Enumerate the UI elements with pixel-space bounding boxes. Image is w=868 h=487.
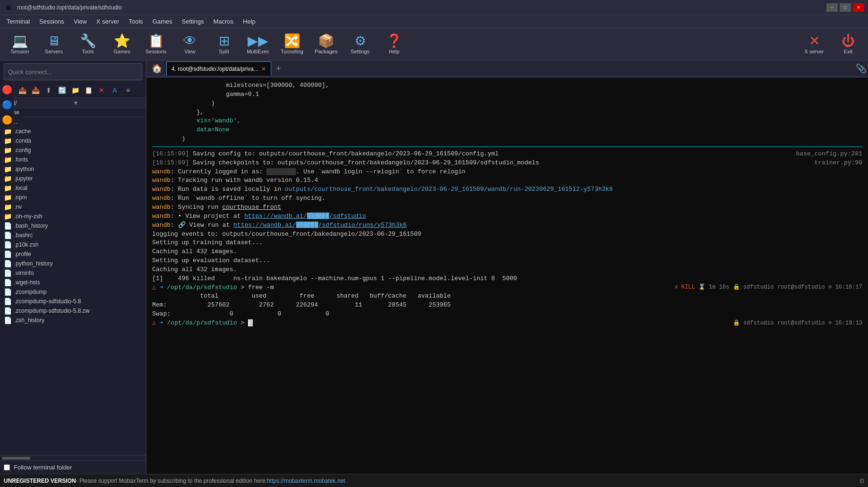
menu-settings[interactable]: Settings [177, 17, 209, 26]
term-line-log3: logging events to: outputs/courthouse_fr… [152, 230, 862, 239]
sidebar-newfolder[interactable]: 📁 [69, 84, 81, 96]
follow-terminal-checkbox[interactable] [4, 464, 10, 470]
menu-view[interactable]: View [69, 17, 92, 26]
list-item-p10k[interactable]: 📄 .p10k.zsh [0, 240, 146, 249]
menu-help[interactable]: Help [238, 17, 260, 26]
toolbar-servers[interactable]: 🖥 Servers [38, 30, 70, 59]
nav-icon-red[interactable]: 🔴 [1, 84, 13, 95]
folder-icon: 📁 [4, 184, 11, 192]
list-item-bashrc[interactable]: 📄 .bashrc [0, 231, 146, 240]
list-item-local[interactable]: 📁 .local [0, 183, 146, 193]
menu-tools[interactable]: Tools [124, 17, 147, 26]
new-tab-button[interactable]: + [272, 62, 285, 75]
sidebar-download[interactable]: 📥 [29, 84, 42, 96]
list-item-viminfo[interactable]: 📄 .viminfo [0, 268, 146, 278]
sidebar-up[interactable]: ⬆ [43, 84, 55, 96]
status-link[interactable]: https://mobaxterm.mobatek.net [267, 478, 345, 484]
menu-sessions[interactable]: Sessions [34, 17, 69, 26]
list-item-zcompdump-58z[interactable]: 📄 .zcompdump-sdfstudio-5.8.zw [0, 306, 146, 316]
follow-terminal-label[interactable]: Follow terminal folder [14, 464, 72, 471]
list-item-conda[interactable]: 📁 .conda [0, 136, 146, 145]
file-icon: 📄 [4, 307, 11, 315]
toolbar-tunneling[interactable]: 🔀 Tunneling [276, 30, 308, 59]
sidebar-delete[interactable]: ✕ [95, 84, 108, 96]
list-item-cache[interactable]: 📁 .cache [0, 127, 146, 136]
list-item-wget-hsts[interactable]: 📄 .wget-hsts [0, 278, 146, 287]
sidebar-upload[interactable]: 📤 [16, 84, 28, 96]
sidebar-rename[interactable]: A [109, 84, 121, 96]
settings-label: Settings [351, 49, 370, 54]
term-mem-line: Mem: 257602 2762 226294 11 28545 253965 [152, 301, 862, 310]
servers-icon: 🖥 [47, 34, 60, 48]
toolbar-help[interactable]: ❓ Help [378, 30, 410, 59]
term-line: milestones=[300000, 400000], [152, 81, 862, 90]
list-item-bash-history[interactable]: 📄 .bash_history [0, 221, 146, 231]
multiexec-label: MultiExec [247, 49, 269, 54]
unregistered-label: UNREGISTERED VERSION [4, 478, 76, 484]
file-list[interactable]: 📁 .. 📁 .cache 📁 .conda 📁 .config 📁 .font… [0, 117, 146, 455]
file-name: .ipython [14, 166, 34, 172]
list-item-jupyter[interactable]: 📁 .jupyter [0, 174, 146, 183]
toolbar-games[interactable]: ⭐ Games [106, 30, 138, 59]
toolbar-sessions[interactable]: 📋 Sessions [140, 30, 172, 59]
path-bar[interactable]: /root/ ▼ [0, 98, 146, 108]
list-item-dotdot[interactable]: 📁 .. [0, 117, 146, 127]
list-item-nv[interactable]: 📁 .nv [0, 202, 146, 212]
list-item-ipython[interactable]: 📁 .ipython [0, 164, 146, 174]
term-line-setup1: Setting up training dataset... [152, 239, 862, 248]
sidebar-footer: Follow terminal folder [0, 461, 146, 474]
list-item-config[interactable]: 📁 .config [0, 145, 146, 155]
menu-games[interactable]: Games [148, 17, 177, 26]
attach-icon[interactable]: 📎 [856, 63, 866, 74]
code-text: milestones=[300000, 400000], [226, 82, 329, 89]
exit-label: Exit [844, 49, 852, 54]
list-item-zsh-history[interactable]: 📄 .zsh_history [0, 316, 146, 325]
toolbar-packages[interactable]: 📦 Packages [310, 30, 342, 59]
file-icon: 📄 [4, 222, 11, 230]
menu-macros[interactable]: Macros [208, 17, 238, 26]
sessions-icon: 📋 [148, 34, 164, 48]
path-chevron: ▼ [73, 100, 144, 106]
nav-icon-blue[interactable]: 🔵 [1, 99, 13, 111]
status-message: - Please support MobaxTerm by subscribin… [76, 478, 267, 484]
minimize-button[interactable]: ─ [826, 3, 838, 12]
quick-connect-input[interactable]: Quick connect... [4, 63, 142, 80]
list-item-profile[interactable]: 📄 .profile [0, 249, 146, 259]
toolbar-split[interactable]: ⊞ Split [208, 30, 240, 59]
sidebar-refresh[interactable]: 🔄 [56, 84, 68, 96]
nav-icon-orange[interactable]: 🟠 [1, 114, 13, 126]
toolbar-settings[interactable]: ⚙ Settings [344, 30, 376, 59]
menu-terminal[interactable]: Terminal [2, 17, 34, 26]
active-tab[interactable]: 4. root@sdfstudio:/opt/data/priva... ✕ [166, 61, 271, 76]
maximize-button[interactable]: □ [840, 3, 851, 12]
terminal-content[interactable]: milestones=[300000, 400000], gamma=0.1 )… [146, 77, 868, 474]
list-item-zcompdump[interactable]: 📄 .zcompdump [0, 287, 146, 297]
list-item-python-history[interactable]: 📄 .python_history [0, 259, 146, 268]
tab-home[interactable]: 🏠 [148, 61, 165, 76]
list-item-oh-my-zsh[interactable]: 📁 .oh-my-zsh [0, 212, 146, 221]
file-name: .fonts [14, 156, 28, 163]
sessions-label: Sessions [146, 49, 167, 54]
servers-label: Servers [45, 49, 63, 54]
list-item-npm[interactable]: 📁 .npm [0, 193, 146, 202]
toolbar-multiexec[interactable]: ▶▶ MultiExec [242, 30, 274, 59]
toolbar-exit[interactable]: ⏻ Exit [832, 30, 864, 59]
file-name: .. [14, 119, 17, 125]
close-button[interactable]: ✕ [853, 3, 864, 12]
folder-icon: 📁 [4, 137, 11, 145]
toolbar-view[interactable]: 👁 View [174, 30, 206, 59]
sidebar-copy[interactable]: 📋 [82, 84, 95, 96]
sidebar: Quick connect... ★ 📤 📥 ⬆ 🔄 📁 📋 ✕ A ≡ 🔴 🔵… [0, 60, 146, 474]
list-item-fonts[interactable]: 📁 .fonts [0, 155, 146, 164]
toolbar-xserver[interactable]: ✕ X server [798, 30, 830, 59]
term-line-wandb1: wandb: Currently logged in as: ████████.… [152, 168, 862, 177]
file-icon: 📄 [4, 241, 11, 248]
menu-xserver[interactable]: X server [92, 17, 124, 26]
list-item-zcompdump-58[interactable]: 📄 .zcompdump-sdfstudio-5.8 [0, 297, 146, 306]
file-name: .zsh_history [14, 317, 44, 324]
toolbar-session[interactable]: 💻 Session [4, 30, 36, 59]
tab-close-button[interactable]: ✕ [261, 66, 266, 72]
sidebar-scrollbar[interactable] [0, 455, 146, 461]
sidebar-menu[interactable]: ≡ [122, 84, 134, 96]
toolbar-tools[interactable]: 🔧 Tools [72, 30, 104, 59]
